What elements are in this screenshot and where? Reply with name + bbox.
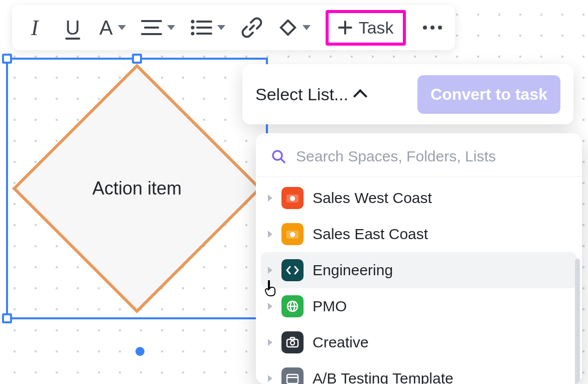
list-item-label: Sales West Coast bbox=[313, 189, 432, 207]
select-list-label: Select List... bbox=[255, 85, 348, 104]
select-list-panel: Select List... Convert to task bbox=[242, 64, 573, 124]
italic-button[interactable]: I bbox=[23, 13, 46, 43]
search-row bbox=[256, 133, 582, 177]
svg-point-22 bbox=[290, 341, 295, 345]
text-color-button[interactable]: A bbox=[99, 13, 126, 43]
list-item[interactable]: PMO bbox=[261, 288, 577, 324]
list-item-label: Engineering bbox=[313, 262, 393, 279]
svg-point-5 bbox=[191, 26, 194, 30]
space-icon bbox=[281, 187, 304, 209]
link-button[interactable] bbox=[240, 13, 263, 43]
underline-icon: U bbox=[66, 17, 80, 39]
list-item[interactable]: Engineering bbox=[261, 252, 577, 288]
list-item[interactable]: Sales East Coast bbox=[261, 216, 577, 252]
expand-triangle-icon[interactable] bbox=[268, 267, 272, 274]
expand-triangle-icon[interactable] bbox=[268, 195, 272, 202]
list-icon bbox=[190, 19, 212, 36]
svg-rect-9 bbox=[281, 21, 295, 35]
plus-icon bbox=[338, 20, 353, 35]
formatting-toolbar: I U A bbox=[12, 5, 455, 50]
chevron-up-icon bbox=[353, 89, 367, 103]
pointer-cursor-icon bbox=[265, 280, 280, 297]
list-picker-dropdown: Sales West CoastSales East CoastEngineer… bbox=[256, 133, 582, 384]
space-icon bbox=[281, 259, 304, 281]
chevron-down-icon bbox=[217, 25, 225, 30]
expand-triangle-icon[interactable] bbox=[268, 231, 272, 238]
shape-label[interactable]: Action item bbox=[8, 178, 266, 199]
task-button[interactable]: Task bbox=[326, 10, 406, 46]
chevron-down-icon bbox=[303, 25, 311, 30]
diamond-icon bbox=[278, 18, 298, 37]
shape-button[interactable] bbox=[278, 13, 311, 43]
text-color-icon: A bbox=[99, 17, 113, 39]
convert-to-task-button[interactable]: Convert to task bbox=[417, 75, 560, 114]
link-icon bbox=[241, 17, 263, 39]
svg-point-7 bbox=[191, 32, 194, 36]
svg-line-13 bbox=[281, 159, 284, 162]
align-icon bbox=[141, 19, 162, 36]
select-list-toggle[interactable]: Select List... bbox=[255, 85, 365, 104]
expand-triangle-icon[interactable] bbox=[268, 375, 272, 382]
align-button[interactable] bbox=[141, 13, 175, 43]
convert-button-label: Convert to task bbox=[430, 85, 547, 103]
chevron-down-icon bbox=[118, 25, 126, 30]
italic-icon: I bbox=[31, 15, 39, 41]
underline-button[interactable]: U bbox=[61, 13, 84, 43]
task-button-label: Task bbox=[359, 18, 394, 38]
list-button[interactable] bbox=[190, 13, 225, 43]
selection-frame[interactable]: Action item bbox=[6, 58, 268, 319]
svg-rect-23 bbox=[290, 337, 295, 340]
space-icon bbox=[281, 223, 304, 245]
list-item-label: PMO bbox=[313, 298, 347, 315]
chevron-down-icon bbox=[167, 25, 175, 30]
list-item-label: Sales East Coast bbox=[313, 226, 428, 243]
more-icon bbox=[423, 26, 442, 30]
connector-dot[interactable] bbox=[135, 347, 144, 356]
space-icon bbox=[281, 295, 304, 317]
expand-triangle-icon[interactable] bbox=[268, 339, 272, 346]
list-item-label: A/B Testing Template bbox=[313, 370, 454, 384]
more-button[interactable] bbox=[421, 13, 444, 43]
expand-triangle-icon[interactable] bbox=[268, 303, 272, 310]
svg-point-3 bbox=[191, 20, 194, 24]
scrollbar-thumb[interactable] bbox=[575, 259, 580, 384]
space-icon bbox=[281, 331, 304, 353]
space-icon bbox=[281, 367, 304, 384]
list-item[interactable]: A/B Testing Template bbox=[261, 360, 577, 384]
svg-rect-24 bbox=[287, 374, 298, 383]
list-item-label: Creative bbox=[313, 334, 369, 351]
svg-point-17 bbox=[290, 232, 295, 237]
search-icon bbox=[271, 149, 286, 164]
list-item[interactable]: Creative bbox=[261, 324, 577, 360]
svg-point-15 bbox=[290, 196, 295, 201]
list-item[interactable]: Sales West Coast bbox=[261, 180, 577, 216]
search-input[interactable] bbox=[295, 147, 567, 165]
